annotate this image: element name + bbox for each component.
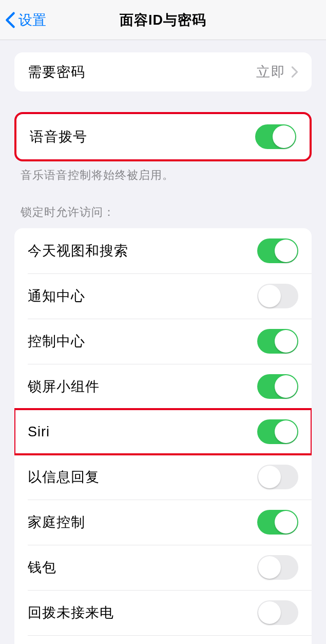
voice-dial-footer: 音乐语音控制将始终被启用。 [0, 161, 326, 183]
lock-access-label: 今天视图和搜索 [28, 242, 128, 260]
lock-access-row: 锁屏小组件 [14, 364, 312, 409]
lock-access-label: 控制中心 [28, 332, 85, 351]
toggle-knob [258, 556, 281, 579]
lock-access-label: 家庭控制 [28, 513, 85, 531]
toggle-knob [275, 330, 297, 353]
require-passcode-label: 需要密码 [28, 63, 85, 81]
lock-access-label: 通知中心 [28, 287, 85, 305]
back-label: 设置 [18, 11, 46, 29]
lock-access-toggle[interactable] [257, 510, 298, 535]
lock-access-row: 以信息回复 [14, 454, 312, 500]
voice-dial-toggle[interactable] [255, 124, 296, 149]
chevron-left-icon [5, 11, 15, 29]
lock-access-row: 今天视图和搜索 [14, 228, 312, 273]
content-area: 需要密码 立即 语音拨号 音乐语音控制将始终被启用。 锁定时允许访问： 今天视图… [0, 52, 326, 644]
lock-access-toggle[interactable] [257, 555, 298, 580]
lock-access-row: 家庭控制 [14, 500, 312, 545]
lock-access-row: USB配件 [14, 635, 312, 644]
page-title: 面容ID与密码 [120, 11, 206, 29]
lock-access-toggle[interactable] [257, 374, 298, 399]
voice-dial-row: 语音拨号 [16, 114, 310, 159]
lock-access-row: 钱包 [14, 545, 312, 590]
lock-access-toggle[interactable] [257, 284, 298, 308]
require-passcode-row[interactable]: 需要密码 立即 [14, 52, 312, 91]
lock-access-label: 以信息回复 [28, 468, 100, 486]
lock-access-label: 回拨未接来电 [28, 603, 114, 622]
lock-access-group: 今天视图和搜索通知中心控制中心锁屏小组件Siri以信息回复家庭控制钱包回拨未接来… [14, 228, 312, 644]
require-passcode-value-wrap: 立即 [256, 63, 298, 81]
toggle-knob [258, 466, 281, 488]
voice-dial-group: 语音拨号 [14, 112, 312, 161]
lock-access-toggle[interactable] [257, 419, 298, 444]
chevron-right-icon [291, 66, 298, 78]
toggle-knob [258, 285, 281, 307]
toggle-knob [258, 601, 281, 624]
lock-access-toggle[interactable] [257, 238, 298, 263]
toggle-knob [275, 420, 297, 443]
lock-access-toggle[interactable] [257, 329, 298, 354]
lock-access-label: Siri [28, 424, 50, 440]
lock-access-row: 通知中心 [14, 273, 312, 319]
lock-access-row: 回拨未接来电 [14, 590, 312, 635]
voice-dial-label: 语音拨号 [30, 127, 87, 146]
toggle-knob [273, 125, 295, 148]
toggle-knob [275, 511, 297, 533]
toggle-knob [275, 375, 297, 398]
lock-access-toggle[interactable] [257, 600, 298, 625]
lock-access-row: 控制中心 [14, 319, 312, 364]
require-passcode-value: 立即 [256, 63, 286, 81]
passcode-group: 需要密码 立即 [14, 52, 312, 91]
lock-access-toggle[interactable] [257, 465, 298, 489]
lock-access-row: Siri [14, 409, 312, 454]
navigation-header: 设置 面容ID与密码 [0, 0, 326, 40]
lock-access-label: 钱包 [28, 558, 56, 577]
lock-access-label: 锁屏小组件 [28, 377, 100, 396]
toggle-knob [275, 240, 297, 262]
lock-access-header: 锁定时允许访问： [0, 183, 326, 225]
back-button[interactable]: 设置 [0, 11, 46, 29]
